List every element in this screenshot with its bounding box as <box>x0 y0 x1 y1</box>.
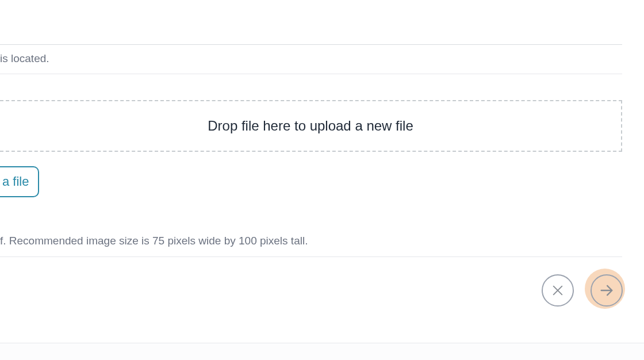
helper-text-fragment: f. Recommended image size is 75 pixels w… <box>0 235 308 247</box>
close-icon <box>551 284 564 297</box>
next-button-highlight-wrapper <box>586 270 627 311</box>
page-background <box>0 343 644 360</box>
footer-button-group <box>542 270 627 311</box>
dropzone-label: Drop file here to upload a new file <box>208 118 413 134</box>
divider <box>0 256 622 257</box>
select-file-button[interactable]: a file <box>0 166 39 197</box>
next-button[interactable] <box>591 274 623 307</box>
divider <box>0 44 622 45</box>
select-file-label-fragment: a file <box>0 174 29 189</box>
upload-form-section: is located. Drop file here to upload a n… <box>0 0 644 360</box>
footer-bar <box>0 282 644 343</box>
cancel-button[interactable] <box>542 274 574 307</box>
description-text-fragment: is located. <box>0 52 49 65</box>
file-dropzone[interactable]: Drop file here to upload a new file <box>0 100 622 152</box>
arrow-right-icon <box>599 282 615 298</box>
divider <box>0 74 622 74</box>
